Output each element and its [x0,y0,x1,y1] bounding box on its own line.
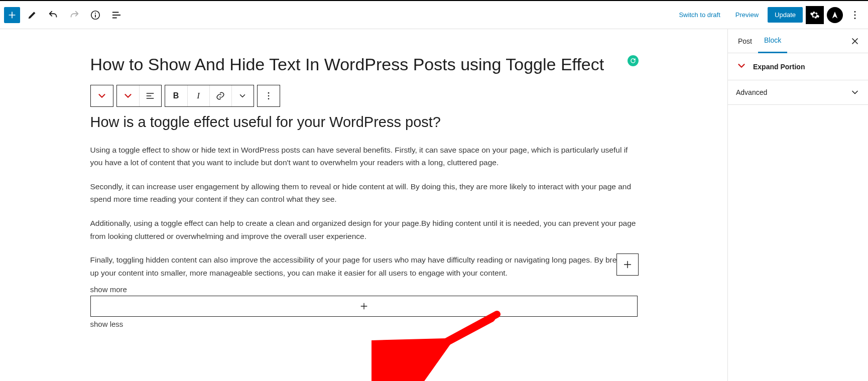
svg-point-8 [268,98,269,99]
svg-point-6 [268,92,269,94]
block-type-panel[interactable]: Expand Portion [728,53,868,80]
redo-button[interactable] [65,6,83,24]
post-title[interactable]: How to Show And Hide Text In WordPress P… [90,54,638,75]
svg-rect-2 [95,15,96,18]
chevron-down-icon [122,90,134,101]
outline-button[interactable] [107,6,126,24]
align-button[interactable] [139,85,161,106]
plus-icon [622,259,633,270]
plus-icon [7,10,17,20]
undo-button[interactable] [44,6,62,24]
svg-marker-12 [378,359,403,381]
more-rich-text-button[interactable] [231,85,254,106]
chevron-down-icon [96,90,107,101]
inline-block-inserter[interactable] [616,253,639,276]
block-more-options-button[interactable] [258,85,280,106]
grammarly-icon [630,57,637,64]
details-button[interactable] [86,6,104,24]
paragraph-block[interactable]: Secondly, it can increase user engagemen… [90,180,638,206]
close-icon [850,36,860,46]
advanced-label: Advanced [736,88,767,96]
grammarly-badge[interactable] [628,55,639,66]
add-block-button[interactable] [4,7,20,23]
tab-post[interactable]: Post [732,29,758,53]
kebab-icon [849,10,860,21]
align-icon [145,91,155,101]
block-appender[interactable] [90,296,638,317]
italic-icon: I [197,91,200,101]
chevron-down-icon [238,91,247,100]
kebab-icon [264,91,274,101]
tools-button[interactable] [23,6,41,24]
gear-icon [810,10,820,20]
svg-point-3 [854,11,856,13]
svg-marker-10 [377,356,407,376]
svg-point-1 [95,13,96,14]
bold-icon: B [173,91,179,100]
undo-icon [48,10,59,21]
info-icon [90,10,101,21]
block-toolbar: B I [90,85,638,107]
advanced-panel[interactable]: Advanced [728,80,868,105]
svg-point-4 [854,14,856,16]
svg-point-5 [854,17,856,19]
paragraph-block[interactable]: Additionally, using a toggle effect can … [90,217,638,242]
chevron-down-icon [736,60,747,71]
preview-button[interactable]: Preview [729,7,765,23]
editor-canvas[interactable]: How to Show And Hide Text In WordPress P… [0,29,727,381]
block-type-button[interactable] [91,85,113,106]
close-sidebar-button[interactable] [846,32,864,50]
redo-icon [69,10,80,21]
update-button[interactable]: Update [768,7,803,23]
switch-to-draft-button[interactable]: Switch to draft [673,7,726,23]
paragraph-block[interactable]: Using a toggle effect to show or hide te… [90,144,638,169]
italic-button[interactable]: I [187,85,209,106]
transform-button[interactable] [117,85,139,106]
link-button[interactable] [209,85,231,106]
plus-icon [359,301,369,311]
settings-sidebar: Post Block Expand Portion Advanced [727,29,868,381]
editor-top-toolbar: Switch to draft Preview Update [0,1,868,29]
list-view-icon [111,10,122,21]
show-more-label: show more [90,285,638,294]
bold-button[interactable]: B [165,85,187,106]
astra-icon [831,11,839,19]
svg-point-7 [268,95,269,96]
options-button[interactable] [846,6,864,24]
paragraph-block[interactable]: Finally, toggling hidden content can als… [90,253,638,279]
block-type-label: Expand Portion [753,63,805,71]
chevron-down-icon [850,87,860,97]
heading-block[interactable]: How is a toggle effect useful for your W… [90,114,638,131]
astra-button[interactable] [827,7,843,23]
pencil-icon [27,10,38,21]
tab-block[interactable]: Block [758,29,787,53]
link-icon [215,91,225,101]
show-less-label: show less [90,320,638,328]
settings-button[interactable] [806,6,824,24]
